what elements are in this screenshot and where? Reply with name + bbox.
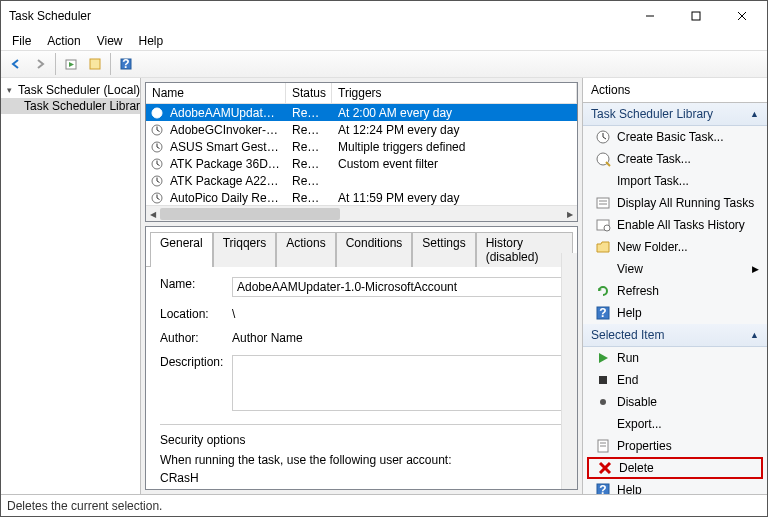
tree-pane[interactable]: ▾ Task Scheduler (Local) Task Scheduler … (1, 78, 141, 494)
delete-icon (597, 460, 613, 476)
clock-icon (151, 124, 163, 136)
window-buttons (627, 2, 765, 30)
menu-view[interactable]: View (90, 33, 130, 49)
scroll-left-icon[interactable]: ◀ (146, 206, 160, 222)
action-new-folder[interactable]: New Folder... (583, 236, 767, 258)
view-icon (595, 261, 611, 277)
clock-icon (151, 141, 163, 153)
import-task-icon (595, 173, 611, 189)
svg-point-49 (600, 399, 606, 405)
back-button[interactable] (5, 53, 27, 75)
horizontal-scrollbar[interactable]: ◀ ▶ (146, 205, 577, 221)
list-body[interactable]: AdobeAAMUpdater-1.0-...ReadyAt 2:00 AM e… (146, 104, 577, 205)
task-row[interactable]: AdobeAAMUpdater-1.0-...ReadyAt 2:00 AM e… (146, 104, 577, 121)
name-field[interactable] (232, 277, 563, 297)
task-status: Ready (286, 140, 332, 154)
scroll-thumb[interactable] (160, 208, 340, 220)
collapse-icon[interactable]: ▲ (750, 109, 759, 119)
minimize-button[interactable] (627, 2, 673, 30)
action-create-task[interactable]: Create Task... (583, 148, 767, 170)
tab-settings[interactable]: Settings (412, 232, 475, 267)
maximize-button[interactable] (673, 2, 719, 30)
task-row[interactable]: AutoPico Daily RestartReadyAt 11:59 PM e… (146, 189, 577, 205)
toolbar: ? (1, 50, 767, 78)
action-label: Delete (619, 461, 654, 475)
tab-actions[interactable]: Actions (276, 232, 335, 267)
task-row[interactable]: ATK Package A22126881260Ready (146, 172, 577, 189)
col-status[interactable]: Status (286, 83, 332, 103)
svg-rect-41 (597, 198, 609, 208)
col-triggers[interactable]: Triggers (332, 83, 577, 103)
run-selected-button[interactable] (60, 53, 82, 75)
create-task-icon (595, 151, 611, 167)
scroll-right-icon[interactable]: ▶ (563, 206, 577, 222)
name-label: Name: (160, 277, 232, 297)
task-name: ATK Package A22126881260 (164, 174, 286, 188)
action-help1[interactable]: ?Help (583, 302, 767, 324)
task-row[interactable]: ASUS Smart Gesture Laun...ReadyMultiple … (146, 138, 577, 155)
svg-text:?: ? (599, 306, 606, 320)
clock-icon (151, 158, 163, 170)
action-label: Run (617, 351, 639, 365)
tab-conditions[interactable]: Conditions (336, 232, 413, 267)
action-disable[interactable]: Disable (583, 391, 767, 413)
security-options-group: Security options When running the task, … (160, 424, 563, 489)
tree-root[interactable]: ▾ Task Scheduler (Local) (1, 82, 140, 98)
action-help2[interactable]: ?Help (583, 479, 767, 494)
menu-file[interactable]: File (5, 33, 38, 49)
tab-history[interactable]: History (disabled) (476, 232, 573, 267)
task-name: ASUS Smart Gesture Laun... (164, 140, 286, 154)
action-properties[interactable]: Properties (583, 435, 767, 457)
tree-library-label: Task Scheduler Library (24, 99, 141, 113)
action-label: Properties (617, 439, 672, 453)
action-display-running[interactable]: Display All Running Tasks (583, 192, 767, 214)
new-folder-icon (595, 239, 611, 255)
action-end[interactable]: End (583, 369, 767, 391)
description-field[interactable] (232, 355, 563, 411)
actions-section-library[interactable]: Task Scheduler Library ▲ (583, 103, 767, 126)
actions-section-selected[interactable]: Selected Item ▲ (583, 324, 767, 347)
enable-history-icon (595, 217, 611, 233)
svg-rect-48 (599, 376, 607, 384)
vertical-scrollbar[interactable] (561, 253, 577, 489)
action-label: Display All Running Tasks (617, 196, 754, 210)
display-running-icon (595, 195, 611, 211)
tree-library[interactable]: Task Scheduler Library (1, 98, 140, 114)
action-refresh[interactable]: Refresh (583, 280, 767, 302)
menu-help[interactable]: Help (132, 33, 171, 49)
task-name: ATK Package 36D18D69AF... (164, 157, 286, 171)
menu-action[interactable]: Action (40, 33, 87, 49)
close-button[interactable] (719, 2, 765, 30)
action-export[interactable]: Export... (583, 413, 767, 435)
window-title: Task Scheduler (9, 9, 91, 23)
col-name[interactable]: Name (146, 83, 286, 103)
tree-root-label: Task Scheduler (Local) (18, 83, 140, 97)
run-icon (595, 350, 611, 366)
properties-button[interactable] (84, 53, 106, 75)
collapse-icon[interactable]: ▲ (750, 330, 759, 340)
action-create-basic[interactable]: Create Basic Task... (583, 126, 767, 148)
task-name: AdobeGCInvoker-1.0 (164, 123, 286, 137)
location-label: Location: (160, 307, 232, 321)
help-toolbar-button[interactable]: ? (115, 53, 137, 75)
task-trigger: At 12:24 PM every day (332, 123, 577, 137)
clock-icon (151, 107, 163, 119)
tab-general[interactable]: General (150, 232, 213, 267)
action-run[interactable]: Run (583, 347, 767, 369)
location-value: \ (232, 307, 563, 321)
center-pane: Name Status Triggers AdobeAAMUpdater-1.0… (141, 78, 583, 494)
forward-button[interactable] (29, 53, 51, 75)
task-row[interactable]: ATK Package 36D18D69AF...ReadyCustom eve… (146, 155, 577, 172)
expand-icon[interactable]: ▾ (7, 85, 12, 95)
task-row[interactable]: AdobeGCInvoker-1.0ReadyAt 12:24 PM every… (146, 121, 577, 138)
action-label: New Folder... (617, 240, 688, 254)
tab-general-body: Name: Location: \ Author: Author Name De… (146, 267, 577, 489)
action-enable-history[interactable]: Enable All Tasks History (583, 214, 767, 236)
task-list[interactable]: Name Status Triggers AdobeAAMUpdater-1.0… (145, 82, 578, 222)
action-view[interactable]: View▶ (583, 258, 767, 280)
tab-triggers[interactable]: Triqqers (213, 232, 277, 267)
action-delete[interactable]: Delete (587, 457, 763, 479)
action-import-task[interactable]: Import Task... (583, 170, 767, 192)
svg-point-45 (604, 225, 610, 231)
action-label: Enable All Tasks History (617, 218, 745, 232)
